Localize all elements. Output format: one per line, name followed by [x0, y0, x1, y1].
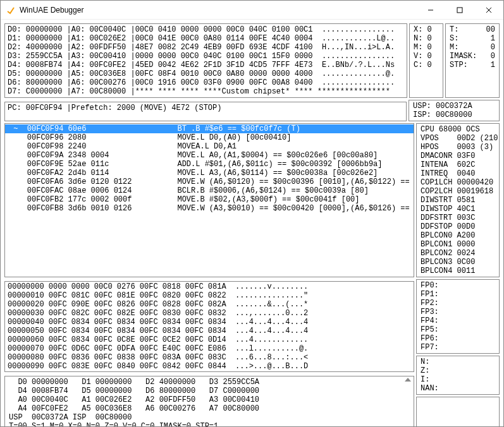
memory-dump-panel[interactable]: 00000000 0000 0000 00C0 0276 00FC 0818 0… — [4, 281, 414, 372]
flags-xnmvc: X: 0 N: 0 M: 0 V: 0 C: 0 — [409, 23, 443, 98]
scroll-up-icon[interactable] — [405, 378, 411, 382]
console-output[interactable]: D0 00000000 D1 00000000 D2 40000000 D3 2… — [4, 376, 414, 427]
custom-registers-panel: CPU 68000 OCS VPOS 00D2 (210) HPOS 0003 … — [416, 123, 500, 277]
flags-tsm: T: 00 S: 1 M: 0 IMASK: 0 STP: 1 — [445, 23, 500, 98]
disasm-line[interactable]: 00FC0F9A 2348 0004 MOVE.L A0,(A1,$0004) … — [5, 151, 414, 160]
disasm-line[interactable]: 00FC0FB8 3d6b 0010 0126 MOVE.W (A3,$0010… — [5, 204, 414, 213]
usp-isp-panel: USP: 00C0372A ISP: 00C80000 — [409, 100, 500, 121]
close-button[interactable] — [474, 1, 503, 20]
svg-rect-1 — [457, 8, 462, 13]
window-title: WinUAE Debugger — [20, 6, 83, 15]
disasm-line[interactable]: 00FC0FAC 08ae 0006 0124 BCLR.B #$0006,(A… — [5, 186, 414, 195]
disasm-line[interactable]: 00FC0F9E 52ae 011c ADD.L #$01,(A6,$011c)… — [5, 160, 414, 169]
disasm-line[interactable]: 00FC0F98 2240 MOVEA.L D0,A1 — [5, 142, 414, 151]
minimize-button[interactable] — [416, 1, 445, 20]
disasm-line[interactable]: ~ 00FC0F94 60e6 BT .B #$e6 == $00fc0f7c … — [5, 124, 414, 133]
disasm-line[interactable]: 00FC0F96 2080 MOVE.L D0,(A0) [00c00410] — [5, 133, 414, 142]
maximize-button[interactable] — [445, 1, 474, 20]
disasm-line[interactable]: 00FC0FA2 2d4b 0114 MOVE.L A3,(A6,$0114) … — [5, 169, 414, 177]
disasm-line[interactable]: 00FC0FB2 177c 0002 000f MOVE.B #$02,(A3,… — [5, 195, 414, 204]
disasm-line[interactable]: 00FC0FA6 3d6e 0120 0122 MOVE.W (A6,$0120… — [5, 177, 414, 186]
window-controls — [416, 1, 503, 20]
blank-panel — [416, 397, 500, 427]
app-icon — [6, 5, 16, 15]
register-panel: D0: 00000000 |A0: 00C0040C |00C0 0410 00… — [4, 23, 407, 98]
fpu-flags-panel: N: Z: I: NAN: — [416, 356, 500, 395]
disassembly-panel[interactable]: ~ 00FC0F94 60e6 BT .B #$e6 == $00fc0f7c … — [4, 123, 414, 277]
titlebar: WinUAE Debugger — [1, 1, 503, 20]
fpu-registers-panel: FP0: FP1: FP2: FP3: FP4: FP5: FP6: FP7: — [416, 279, 500, 354]
pc-line: PC: 00FC0F94 |Prefetch: 2000 (MOVE) 4E72… — [4, 102, 407, 121]
